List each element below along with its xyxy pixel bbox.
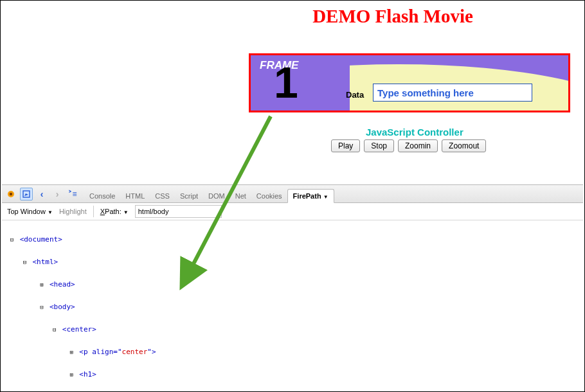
flash-data-input[interactable] xyxy=(373,84,532,102)
svg-point-1 xyxy=(10,192,12,195)
tab-net[interactable]: Net xyxy=(230,190,251,202)
collapse-icon[interactable]: ⊟ xyxy=(21,257,28,268)
forward-icon[interactable]: › xyxy=(51,188,64,200)
expand-icon[interactable]: ⊞ xyxy=(68,347,75,358)
devtools-toolbar: ‹ › ˃≡ Console HTML CSS Script DOM Net C… xyxy=(2,185,583,203)
back-icon[interactable]: ‹ xyxy=(35,188,48,200)
tab-script[interactable]: Script xyxy=(175,190,203,202)
tab-html[interactable]: HTML xyxy=(120,190,150,202)
firebug-icon[interactable] xyxy=(4,188,17,200)
frame-number: 1 xyxy=(274,60,298,104)
zoomout-button[interactable]: Zoomout xyxy=(442,139,486,152)
inspect-icon[interactable] xyxy=(20,188,33,200)
expand-icon[interactable]: ⊞ xyxy=(38,280,45,290)
controller-label: JavaScript Controller xyxy=(366,127,464,138)
controller-buttons: Play Stop Zoomin Zoomout xyxy=(331,139,486,152)
xpath-label[interactable]: XPath: ▼ xyxy=(100,208,129,215)
devtools-subbar: Top Window ▼ Highlight XPath: ▼ xyxy=(2,203,583,220)
tab-css[interactable]: CSS xyxy=(150,190,175,202)
zoomin-button[interactable]: Zoomin xyxy=(398,139,438,152)
data-label: Data xyxy=(346,90,364,100)
firebug-panel: ‹ › ˃≡ Console HTML CSS Script DOM Net C… xyxy=(2,184,583,390)
page-title: DEMO Flash Movie xyxy=(284,6,502,27)
stop-button[interactable]: Stop xyxy=(364,139,394,152)
tab-cookies[interactable]: Cookies xyxy=(251,190,287,202)
expand-icon[interactable]: ⊞ xyxy=(68,370,75,380)
flash-movie-object: FRAME 1 Data xyxy=(249,53,570,112)
top-window-dropdown[interactable]: Top Window ▼ xyxy=(7,208,53,215)
collapse-icon[interactable]: ⊟ xyxy=(8,235,15,245)
collapse-icon[interactable]: ⊟ xyxy=(51,325,58,335)
play-button[interactable]: Play xyxy=(331,139,360,152)
collapse-icon[interactable]: ⊟ xyxy=(38,302,45,313)
source-tree[interactable]: ⊟ <document> ⊟ <html> ⊞ <head> ⊟ <body> … xyxy=(2,220,583,392)
command-icon[interactable]: ˃≡ xyxy=(66,188,79,200)
xpath-input[interactable] xyxy=(135,205,222,218)
tab-firepath[interactable]: FirePath ▼ xyxy=(287,189,334,203)
highlight-toggle[interactable]: Highlight xyxy=(59,208,87,215)
tab-console[interactable]: Console xyxy=(84,190,120,202)
tab-dom[interactable]: DOM xyxy=(203,190,230,202)
